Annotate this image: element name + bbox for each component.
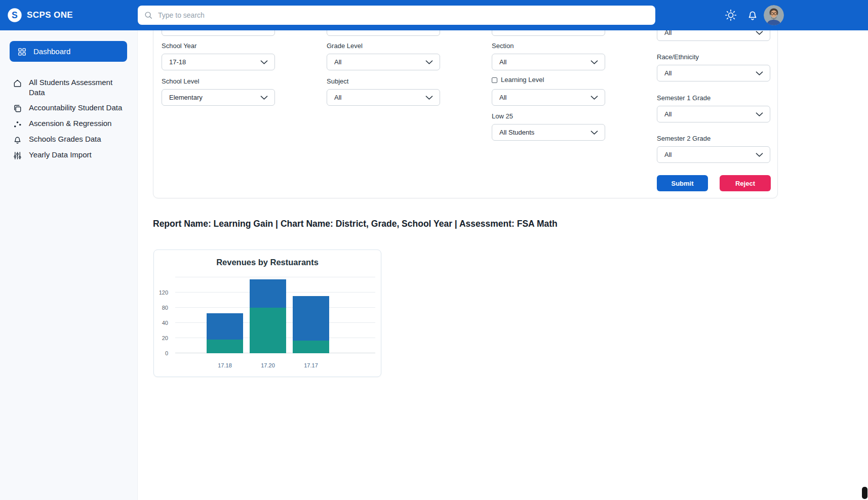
sidebar-item-ascension-regression[interactable]: Ascension & Regression bbox=[0, 116, 138, 132]
x-tick-label: 17.18 bbox=[212, 362, 238, 368]
y-tick-label: 120 bbox=[159, 289, 168, 296]
sidebar-item-label: All Students Assessment Data bbox=[29, 77, 128, 98]
brightness-icon[interactable] bbox=[724, 9, 737, 22]
bar-segment-blue bbox=[207, 313, 243, 340]
school-year-label: School Year bbox=[162, 42, 196, 50]
sidebar: Dashboard All Students Assessment DataAc… bbox=[0, 30, 138, 500]
main-content: School Year 17-18 School Level Elementar… bbox=[138, 0, 868, 500]
x-axis: 17.1817.2017.17 bbox=[175, 362, 375, 370]
learning-level-checkbox[interactable] bbox=[492, 77, 497, 83]
y-tick-label: 20 bbox=[162, 335, 168, 342]
chevron-down-icon bbox=[425, 60, 433, 64]
scatter-icon bbox=[13, 119, 22, 129]
chevron-down-icon bbox=[756, 71, 763, 75]
semester-2-grade-select[interactable]: All bbox=[657, 146, 770, 163]
search-input[interactable] bbox=[158, 11, 649, 19]
y-tick-label: 80 bbox=[162, 304, 168, 311]
submit-button[interactable]: Submit bbox=[657, 175, 708, 191]
race-ethnicity-label: Race/Ethnicity bbox=[657, 53, 699, 61]
chart-title: Revenues by Restuarants bbox=[154, 258, 381, 267]
chevron-down-icon bbox=[590, 60, 598, 64]
learning-level-checkbox-row: Learning Level bbox=[492, 76, 544, 84]
sidebar-item-label: Accountability Student Data bbox=[29, 103, 122, 113]
bell-icon bbox=[13, 135, 22, 145]
search-icon bbox=[144, 11, 153, 20]
report-title: Report Name: Learning Gain | Chart Name:… bbox=[153, 219, 558, 229]
brand-name: SCPS ONE bbox=[27, 10, 73, 20]
y-tick-label: 40 bbox=[162, 319, 168, 326]
bar-segment-teal bbox=[207, 340, 243, 353]
semester-2-grade-label: Semester 2 Grade bbox=[657, 135, 711, 143]
scrollbar-thumb[interactable] bbox=[862, 487, 867, 499]
copy-icon bbox=[13, 104, 22, 113]
semester-1-grade-label: Semester 1 Grade bbox=[657, 94, 711, 102]
x-tick-label: 17.20 bbox=[255, 362, 281, 368]
search-bar[interactable] bbox=[138, 6, 655, 25]
notifications-icon[interactable] bbox=[746, 9, 759, 22]
reject-button[interactable]: Reject bbox=[720, 175, 771, 191]
learning-level-select[interactable]: All bbox=[492, 89, 605, 106]
school-year-select[interactable]: 17-18 bbox=[162, 54, 275, 70]
svg-text:S: S bbox=[12, 10, 18, 20]
school-level-select[interactable]: Elementary bbox=[162, 89, 275, 106]
brand-logo-icon: S bbox=[7, 8, 22, 23]
chevron-down-icon bbox=[260, 95, 268, 100]
chevron-down-icon bbox=[756, 30, 763, 35]
section-select[interactable]: All bbox=[492, 54, 605, 70]
low-25-label: Low 25 bbox=[492, 112, 513, 120]
sidebar-item-label: Schools Grades Data bbox=[29, 134, 101, 144]
plot-area bbox=[175, 277, 375, 353]
sidebar-item-all-students-assessment-data[interactable]: All Students Assessment Data bbox=[0, 75, 138, 100]
school-level-label: School Level bbox=[162, 77, 199, 86]
subject-label: Subject bbox=[327, 77, 348, 86]
sidebar-item-schools-grades-data[interactable]: Schools Grades Data bbox=[0, 132, 138, 147]
y-tick-label: 0 bbox=[165, 350, 168, 357]
section-label: Section bbox=[492, 42, 514, 50]
y-axis: 0204080120 bbox=[154, 277, 172, 353]
sidebar-item-dashboard[interactable]: Dashboard bbox=[10, 41, 127, 62]
subject-select[interactable]: All bbox=[327, 89, 440, 106]
low-25-select[interactable]: All Students bbox=[492, 124, 605, 141]
semester-1-grade-select[interactable]: All bbox=[657, 106, 770, 122]
bar-segment-teal bbox=[250, 308, 286, 353]
chevron-down-icon bbox=[756, 112, 763, 116]
sidebar-item-label: Dashboard bbox=[33, 47, 70, 56]
top-bar: S SCPS ONE bbox=[0, 0, 868, 30]
sidebar-item-accountability-student-data[interactable]: Accountability Student Data bbox=[0, 100, 138, 116]
bar-segment-blue bbox=[293, 296, 329, 341]
sidebar-item-label: Ascension & Regression bbox=[29, 118, 111, 129]
chart-card: Revenues by Restuarants 0204080120 17.18… bbox=[153, 249, 381, 377]
chevron-down-icon bbox=[756, 152, 763, 157]
sidebar-item-yearly-data-import[interactable]: Yearly Data Import bbox=[0, 147, 138, 163]
grade-level-label: Grade Level bbox=[327, 42, 363, 50]
gridline bbox=[175, 277, 375, 277]
bar-segment-blue bbox=[250, 279, 286, 308]
learning-level-label: Learning Level bbox=[501, 76, 544, 84]
grid-icon bbox=[17, 47, 27, 57]
chevron-down-icon bbox=[590, 95, 598, 100]
race-ethnicity-select[interactable]: All bbox=[657, 65, 770, 81]
sliders-icon bbox=[13, 151, 22, 160]
chevron-down-icon bbox=[425, 95, 433, 100]
sidebar-nav: All Students Assessment DataAccountabili… bbox=[0, 75, 138, 163]
x-tick-label: 17.17 bbox=[298, 362, 324, 368]
chevron-down-icon bbox=[260, 60, 268, 64]
brand: S SCPS ONE bbox=[7, 8, 73, 23]
grade-level-select[interactable]: All bbox=[327, 54, 440, 70]
avatar[interactable] bbox=[764, 5, 784, 25]
sidebar-item-label: Yearly Data Import bbox=[29, 150, 92, 160]
bar-segment-teal bbox=[293, 341, 329, 354]
chevron-down-icon bbox=[590, 130, 598, 135]
home-icon bbox=[13, 78, 22, 88]
